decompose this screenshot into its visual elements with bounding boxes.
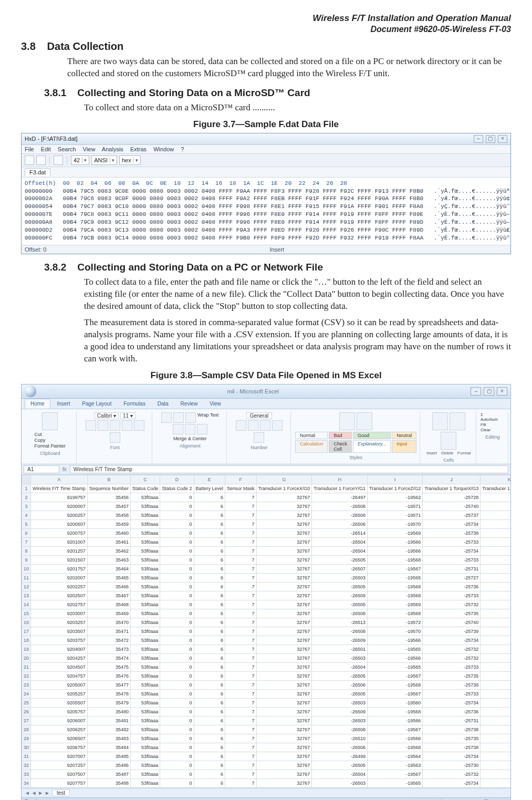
style-normal[interactable]: Normal — [295, 432, 328, 439]
italic-button[interactable] — [98, 420, 108, 431]
copy-button[interactable]: Copy — [34, 438, 66, 443]
tab-review[interactable]: Review — [175, 399, 203, 408]
section-title: Collecting and Storing Data on a PC or N… — [77, 262, 323, 273]
excel-app-title: mil - Microsoft Excel — [36, 388, 470, 394]
style-check-cell[interactable]: Check Cell — [329, 440, 352, 453]
section-3-8-1-heading: 3.8.1 Collecting and Storing Data on a M… — [44, 87, 511, 99]
percent-button[interactable] — [248, 420, 258, 431]
autosum-button[interactable]: Σ AutoSum — [481, 412, 500, 422]
bytes-per-row-field[interactable]: 42▾ — [71, 155, 89, 165]
hex-window-buttons: – ▢ × — [473, 135, 507, 143]
tab-view[interactable]: View — [204, 399, 226, 408]
hex-titlebar: HxD - [F:\ATI\F3.dat] – ▢ × — [22, 133, 510, 145]
style-neutral[interactable]: Neutral — [392, 432, 416, 439]
font-size-field[interactable]: 11 ▾ — [120, 412, 135, 419]
number-format-field[interactable]: General — [246, 412, 273, 419]
conditional-formatting-button[interactable] — [339, 412, 355, 430]
menu-edit[interactable]: Edit — [41, 146, 51, 152]
sheet-tab[interactable]: test — [52, 789, 70, 796]
format-painter-button[interactable]: Format Painter — [34, 443, 66, 449]
tab-page-layout[interactable]: Page Layout — [77, 399, 117, 408]
currency-button[interactable] — [236, 420, 246, 431]
figure-3-8-title: Figure 3.8—Sample CSV Data File Opened i… — [21, 370, 511, 381]
tab-home[interactable]: Home — [25, 399, 50, 409]
toolbar-icon[interactable] — [25, 155, 34, 165]
menu-window[interactable]: Window — [153, 146, 174, 152]
align-button[interactable] — [185, 412, 196, 423]
menu-view[interactable]: View — [83, 146, 96, 152]
tab-insert[interactable]: Insert — [51, 399, 75, 408]
ribbon-group-clipboard: Cut Copy Format Painter Clipboard — [24, 411, 77, 464]
close-button[interactable]: × — [498, 135, 507, 143]
font-name-field[interactable]: Calibri ▾ — [95, 412, 119, 419]
hex-viewer[interactable]: Offset(h) 00 02 04 06 08 0A 0C 0E 10 12 … — [22, 178, 510, 245]
comma-button[interactable] — [260, 420, 270, 431]
fill-button[interactable]: Fill — [481, 422, 500, 427]
style-input[interactable]: Input — [392, 440, 416, 453]
inc-decimal-button[interactable] — [272, 420, 283, 431]
style-explanatory[interactable]: Explanatory... — [353, 440, 391, 453]
align-button[interactable] — [173, 412, 184, 423]
format-button[interactable] — [441, 432, 456, 450]
fontcolor-button[interactable] — [110, 432, 120, 443]
underline-button[interactable] — [110, 420, 120, 431]
menu-extras[interactable]: Extras — [130, 146, 147, 152]
align-button[interactable] — [161, 412, 172, 423]
fillcolor-button[interactable] — [134, 420, 144, 431]
encoding-field[interactable]: ANSI▾ — [91, 155, 117, 165]
section-3-8-2-body-2: The measurement data is stored in comma-… — [84, 317, 511, 365]
hex-menubar: File Edit Search View Analysis Extras Wi… — [22, 145, 510, 154]
office-button-icon[interactable] — [25, 386, 36, 397]
formula-value[interactable]: Wireless F/T Time Stamp — [70, 465, 508, 473]
maximize-button[interactable]: ▢ — [486, 135, 495, 143]
excel-titlebar: mil - Microsoft Excel – ▢ × — [22, 385, 510, 399]
align-button[interactable] — [173, 424, 183, 434]
tab-formulas[interactable]: Formulas — [118, 399, 151, 408]
minimize-button[interactable]: – — [474, 135, 483, 143]
wrap-text-button[interactable]: Wrap Text — [197, 412, 218, 423]
menu-search[interactable]: Search — [58, 146, 76, 152]
name-box[interactable]: A1 — [24, 465, 59, 473]
style-good[interactable]: Good — [353, 432, 391, 439]
align-button[interactable] — [185, 424, 195, 434]
toolbar-icon[interactable] — [54, 155, 63, 165]
bold-button[interactable] — [86, 420, 96, 431]
delete-button[interactable] — [450, 412, 465, 430]
style-bad[interactable]: Bad — [329, 432, 352, 439]
doc-title: Wireless F/T Installation and Operation … — [21, 13, 511, 24]
tab-data[interactable]: Data — [152, 399, 174, 408]
dec-decimal-button[interactable] — [254, 432, 264, 443]
sheet-tabs: ◄ ◄ ► ► test — [22, 788, 510, 797]
toolbar-icon[interactable] — [36, 155, 46, 165]
excel-statusbar: Ready 100% – + — [22, 797, 510, 800]
format-as-table-button[interactable] — [357, 412, 372, 430]
close-button[interactable]: × — [497, 387, 507, 396]
align-button[interactable] — [197, 424, 207, 434]
figure-3-7-title: Figure 3.7—Sample F.dat Data File — [21, 119, 511, 130]
insert-button[interactable] — [432, 412, 448, 430]
section-number: 3.8.1 — [44, 87, 75, 99]
menu-file[interactable]: File — [25, 146, 34, 152]
menu-analysis[interactable]: Analysis — [102, 146, 123, 152]
minimize-button[interactable]: – — [471, 387, 481, 396]
border-button[interactable] — [122, 420, 132, 431]
hex-app-title: HxD - [F:\ATI\F3.dat] — [25, 136, 78, 142]
style-calculation[interactable]: Calculation — [295, 440, 328, 453]
maximize-button[interactable]: ▢ — [484, 387, 494, 396]
sheet-grid[interactable]: ABCDEFGHIJKL1Wireless F/T Time StampSequ… — [22, 475, 510, 788]
paste-button[interactable] — [42, 412, 58, 430]
hex-file-tab: F3.dat — [22, 167, 510, 178]
menu-help[interactable]: ? — [181, 146, 184, 152]
file-tab[interactable]: F3.dat — [25, 168, 50, 176]
excel-window: mil - Microsoft Excel – ▢ × Home Insert … — [21, 384, 511, 800]
hex-statusbar: Offset: 0 Insert — [22, 245, 510, 254]
fx-icon[interactable]: fx — [62, 466, 67, 472]
merge-center-button[interactable]: Merge & Center — [173, 436, 207, 441]
section-3-8-heading: 3.8 Data Collection — [21, 40, 511, 53]
cut-button[interactable]: Cut — [34, 432, 66, 437]
sheet-nav[interactable]: ◄ ◄ ► ► — [25, 790, 50, 796]
clear-button[interactable]: Clear — [481, 428, 500, 432]
base-field[interactable]: hex▾ — [119, 155, 141, 165]
section-title: Data Collection — [47, 40, 124, 52]
status-offset: Offset: 0 — [25, 246, 46, 253]
